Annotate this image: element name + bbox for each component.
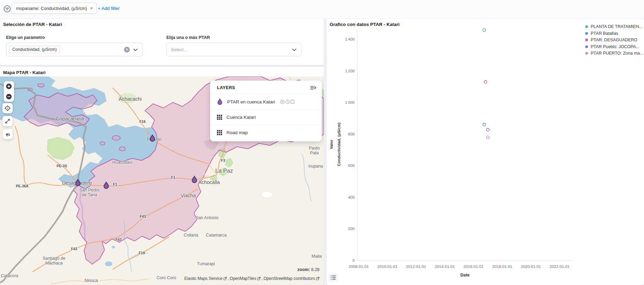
legend-item[interactable]: PLANTA DE TRATAMIEN... xyxy=(585,24,643,29)
y-tick-label: 1 200 xyxy=(345,69,355,73)
map-tools-button[interactable] xyxy=(2,129,13,139)
legend-item[interactable]: PTAR Batallas xyxy=(585,31,643,36)
external-link-icon xyxy=(223,277,227,280)
scatter-point xyxy=(483,29,485,31)
wrench-icon xyxy=(4,131,11,137)
x-tick-label: 2008-01-01 xyxy=(349,265,369,269)
expand-icon xyxy=(4,118,11,124)
layer-label: Cuenca Katari xyxy=(227,115,256,120)
chevron-down-icon[interactable] xyxy=(133,48,138,51)
layer-row-road-map[interactable]: Road map xyxy=(210,125,322,140)
y-tick-label: 200 xyxy=(348,227,355,231)
add-filter-button[interactable]: + Add filter xyxy=(98,6,120,11)
y-axis-title-primary: Valor xyxy=(329,140,333,149)
list-icon xyxy=(331,275,336,280)
scatter-chart: 02004006008001 0001 2001 4002008-01-0120… xyxy=(327,19,644,285)
attribution-link[interactable]: OpenStreetMap contributors xyxy=(263,276,319,281)
attribution-link[interactable]: Elastic Maps Service, xyxy=(184,276,229,281)
ptar-label: Elija una o más PTAR xyxy=(166,35,301,40)
map-panel: Mapa PTAR - Katari xyxy=(0,67,324,285)
map-zoom-indicator: zoom: 8.28 xyxy=(297,267,319,272)
legend-dot-icon xyxy=(585,39,588,41)
map-green-area xyxy=(118,93,137,103)
legend-label: PTAR Batallas xyxy=(591,31,618,36)
x-tick-label: 2010-01-01 xyxy=(378,265,398,269)
layers-panel: LAYERS PTAR en cuenca KatariCuenca Katar… xyxy=(210,81,322,141)
layers-title: LAYERS xyxy=(217,85,235,90)
fit-to-data-button[interactable] xyxy=(2,116,13,126)
y-tick-label: 1 000 xyxy=(345,100,355,104)
layers-list: PTAR en cuenca KatariCuenca KatariRoad m… xyxy=(210,94,322,140)
attribution-text: OpenStreetMap contributors xyxy=(263,276,315,281)
filter-pill[interactable]: mopaname: Conductividad, (µS/cm) × xyxy=(12,3,97,14)
ptar-marker-icon[interactable] xyxy=(191,175,198,183)
map-glacier xyxy=(262,191,273,198)
x-tick-label: 2022-01-01 xyxy=(550,265,570,269)
legend-dot-icon xyxy=(585,25,588,28)
map-panel-title: Mapa PTAR - Katari xyxy=(3,70,45,75)
x-tick-label: 2012-01-01 xyxy=(406,265,426,269)
ptar-marker-icon[interactable] xyxy=(75,179,81,186)
set-view-button[interactable] xyxy=(2,103,13,113)
layer-badges[interactable] xyxy=(280,100,294,104)
attribution-link[interactable]: OpenMapTiles, xyxy=(230,276,263,281)
x-tick-label: 2016-01-01 xyxy=(464,265,484,269)
chart-panel: Grafico con datos PTAR - Katari 02004006… xyxy=(327,19,644,285)
map-canvas[interactable]: AchacachiCopacabanaDesaguaderoLa PazAcho… xyxy=(0,76,324,285)
selection-panel-title: Selección de PTAR - Katari xyxy=(3,22,62,27)
minus-icon xyxy=(6,94,12,100)
y-tick-label: 600 xyxy=(348,163,355,168)
x-tick-label: 2018-01-01 xyxy=(492,265,512,269)
ptar-marker-icon[interactable] xyxy=(149,134,156,142)
y-tick-label: 800 xyxy=(348,132,355,136)
param-label: Elige un parámetro xyxy=(6,35,142,40)
filter-pill-remove-icon[interactable]: × xyxy=(90,6,93,11)
attribution-text: Elastic Maps Service xyxy=(184,276,222,281)
ptar-form-group: Elija una o más PTAR Select... xyxy=(166,35,301,56)
zoom-out-button[interactable] xyxy=(4,91,14,102)
legend-label: PLANTA DE TRATAMIEN... xyxy=(591,24,643,29)
filter-icon[interactable] xyxy=(3,5,11,13)
ptar-placeholder: Select... xyxy=(169,47,188,52)
collapse-layers-icon[interactable] xyxy=(310,85,316,90)
layer-row-ptar-en-cuenca-katari[interactable]: PTAR en cuenca Katari xyxy=(210,94,322,109)
map-zoom-controls xyxy=(4,81,14,102)
y-tick-label: 400 xyxy=(348,195,355,199)
legend-item[interactable]: PTAR: DESAGUADERO xyxy=(585,38,643,42)
x-tick-label: 2020-01-01 xyxy=(521,265,541,269)
y-axis-title-secondary: Conductividad, (µS/cm) xyxy=(337,123,341,166)
map-pond xyxy=(112,246,115,248)
layers-header: LAYERS xyxy=(210,81,322,94)
filter-pill-label: mopaname: Conductividad, (µS/cm) xyxy=(16,6,87,11)
clear-selection-icon[interactable]: ✕ xyxy=(124,47,130,53)
legend-item[interactable]: PTAR PUERTO: Zona ma... xyxy=(585,51,643,56)
legend-dot-icon xyxy=(585,45,588,48)
map-attribution: Elastic Maps Service,OpenMapTiles,OpenSt… xyxy=(184,276,319,281)
legend-toggle-button[interactable] xyxy=(329,273,338,282)
scatter-point xyxy=(484,81,487,83)
y-tick-label: 1 400 xyxy=(345,37,355,41)
layer-label: PTAR en cuenca Katari xyxy=(227,99,275,104)
layer-filter-icon xyxy=(280,100,285,104)
grid-icon xyxy=(217,130,222,135)
legend-item[interactable]: PTAR Pueblo: JOCOPA... xyxy=(585,44,643,49)
chevron-down-icon[interactable] xyxy=(292,48,297,51)
legend-label: PTAR Pueblo: JOCOPA... xyxy=(591,44,640,49)
param-form-group: Elige un parámetro Conductividad, (µS/cm… xyxy=(6,35,142,56)
legend-dot-icon xyxy=(585,32,588,35)
droplet-icon xyxy=(217,98,223,105)
layer-clock-icon xyxy=(285,100,290,104)
x-tick-label: 2014-01-01 xyxy=(435,265,455,269)
ptar-marker-icon[interactable] xyxy=(103,181,110,189)
attribution-text: OpenMapTiles xyxy=(230,276,256,281)
layer-row-cuenca-katari[interactable]: Cuenca Katari xyxy=(210,109,322,125)
selection-panel: Selección de PTAR - Katari Elige un pará… xyxy=(0,19,324,65)
param-selected-pill[interactable]: Conductividad, (µS/cm) xyxy=(9,46,60,53)
map-zoom-label: zoom: xyxy=(297,267,310,272)
legend-dot-icon xyxy=(585,52,588,55)
ptar-combobox[interactable]: Select... xyxy=(166,43,301,56)
legend-label: PTAR PUERTO: Zona ma... xyxy=(591,51,643,56)
zoom-in-button[interactable] xyxy=(4,81,14,91)
param-combobox[interactable]: Conductividad, (µS/cm) ✕ xyxy=(6,43,142,56)
grid-icon xyxy=(217,115,222,120)
